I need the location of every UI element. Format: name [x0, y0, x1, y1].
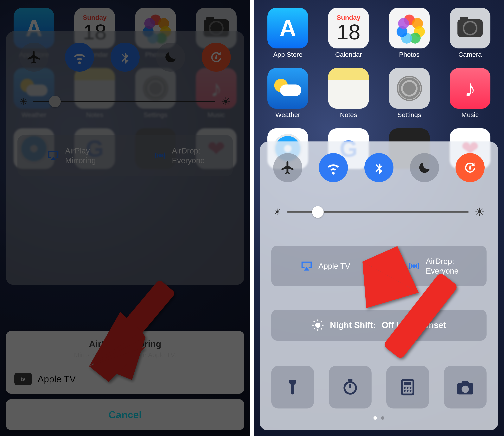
sheet-subtitle: Mirror your iPhone on an Apple TV.: [14, 351, 237, 359]
brightness-slider[interactable]: ☀︎ ☀︎: [271, 205, 486, 218]
pager-dot: [381, 416, 384, 420]
app-label: Weather: [275, 111, 300, 118]
app-label: Calendar: [335, 51, 362, 58]
settings-icon: [397, 76, 422, 101]
app-calendar[interactable]: Sunday 18 Calendar: [324, 8, 373, 58]
airdrop-label-2: Everyone: [172, 156, 205, 165]
night-shift-button[interactable]: Night Shift: Off Until Sunset: [271, 310, 486, 341]
brightness-high-icon: ☀︎: [221, 95, 231, 108]
svg-point-21: [407, 387, 409, 389]
sheet-device-label: Apple TV: [38, 374, 76, 384]
airplay-appletv-button[interactable]: Apple TV: [271, 246, 379, 286]
toggle-rotation-lock[interactable]: [202, 43, 231, 72]
toggle-wifi[interactable]: [65, 43, 94, 72]
control-center: ☀︎ ☀︎ Apple TV AirDrop: Everyone: [260, 141, 498, 430]
sheet-main-card: AirPlay Mirroring Mirror your iPhone on …: [6, 331, 244, 394]
airplane-icon: [26, 50, 41, 65]
svg-point-25: [410, 390, 411, 392]
quick-calculator[interactable]: [386, 366, 429, 409]
airplay-appletv-label: Apple TV: [318, 262, 350, 271]
sheet-cancel-button[interactable]: Cancel: [6, 399, 244, 430]
brightness-low-icon: ☀︎: [273, 207, 281, 217]
notes-icon: [328, 68, 369, 109]
brightness-high-icon: ☀︎: [475, 205, 485, 218]
app-notes[interactable]: Notes: [324, 68, 373, 118]
brightness-slider[interactable]: ☀︎ ☀︎: [18, 95, 233, 108]
cancel-label: Cancel: [109, 409, 142, 420]
airdrop-label-2: Everyone: [426, 266, 459, 276]
app-label: Camera: [458, 51, 482, 58]
svg-rect-19: [404, 382, 411, 385]
appletv-icon: tv: [14, 373, 32, 385]
toggle-wifi[interactable]: [319, 153, 348, 182]
app-camera[interactable]: Camera: [446, 8, 494, 58]
svg-point-20: [404, 387, 406, 389]
pager-dot: [373, 416, 377, 420]
quick-timer[interactable]: [329, 366, 372, 409]
nightshift-icon: [312, 319, 324, 331]
svg-point-23: [404, 390, 406, 392]
camera-icon: [457, 19, 483, 37]
app-music[interactable]: ♪ Music: [446, 68, 494, 118]
calculator-icon: [399, 378, 416, 396]
app-photos[interactable]: Photos: [385, 8, 434, 58]
photos-icon: [396, 15, 423, 42]
app-label: Music: [462, 111, 479, 118]
app-appstore[interactable]: App Store: [263, 8, 312, 58]
svg-point-0: [159, 154, 162, 157]
airdrop-button[interactable]: AirDrop: Everyone: [379, 246, 486, 286]
svg-line-12: [321, 328, 322, 329]
camera-icon: [456, 377, 475, 397]
svg-point-6: [315, 323, 321, 328]
brightness-low-icon: ☀︎: [19, 96, 27, 107]
svg-point-5: [412, 264, 416, 268]
airplay-action-sheet: AirPlay Mirroring Mirror your iPhone on …: [6, 331, 244, 430]
toggle-airplane[interactable]: [19, 43, 48, 72]
toggle-airplane[interactable]: [273, 153, 302, 182]
wifi-icon: [325, 160, 341, 176]
svg-point-22: [410, 387, 411, 389]
airdrop-label-1: AirDrop:: [172, 146, 201, 156]
toggle-bluetooth[interactable]: [111, 43, 140, 72]
screenshot-right: App Store Sunday 18 Calendar Photos Came…: [254, 0, 504, 436]
brightness-thumb[interactable]: [49, 96, 61, 107]
moon-icon: [418, 161, 431, 175]
airdrop-icon: [153, 149, 167, 162]
airplay-icon: [47, 149, 60, 162]
app-settings[interactable]: Settings: [385, 68, 434, 118]
airdrop-button[interactable]: AirDrop: Everyone: [125, 135, 233, 176]
toggle-dnd[interactable]: [410, 153, 439, 182]
wifi-icon: [72, 49, 87, 65]
sheet-title: AirPlay Mirroring: [14, 339, 237, 349]
control-center: ☀︎ ☀︎ AirPlay Mirroring AirDrop: Every: [6, 31, 244, 285]
svg-line-13: [314, 328, 315, 329]
appstore-icon: [280, 15, 296, 41]
app-label: Notes: [340, 111, 357, 118]
cc-pager[interactable]: [271, 416, 486, 420]
airplay-mirroring-button[interactable]: AirPlay Mirroring: [18, 135, 125, 176]
rotation-lock-icon: [209, 50, 224, 65]
nightshift-label-1: Night Shift:: [330, 320, 376, 330]
nightshift-label-2: Off Until Sunset: [382, 320, 446, 330]
toggle-bluetooth[interactable]: [364, 153, 393, 182]
calendar-day: 18: [337, 21, 360, 43]
flashlight-icon: [284, 378, 301, 396]
toggle-rotation-lock[interactable]: [456, 153, 485, 182]
quick-camera[interactable]: [444, 366, 486, 409]
airplay-label-1: AirPlay: [65, 146, 90, 156]
brightness-thumb[interactable]: [312, 206, 324, 218]
weather-icon: [274, 79, 301, 98]
airplay-label-2: Mirroring: [65, 156, 96, 165]
bluetooth-icon: [372, 161, 386, 174]
app-weather[interactable]: Weather: [263, 68, 312, 118]
svg-point-24: [407, 390, 409, 392]
airplay-icon: [300, 259, 313, 273]
app-label: App Store: [273, 51, 302, 58]
timer-icon: [342, 378, 359, 396]
toggle-dnd[interactable]: [156, 43, 185, 72]
quick-flashlight[interactable]: [271, 366, 314, 409]
airdrop-icon: [407, 259, 421, 273]
bluetooth-icon: [118, 50, 132, 64]
sheet-device-appletv[interactable]: tv Apple TV: [6, 364, 244, 394]
airdrop-label-1: AirDrop:: [426, 256, 454, 266]
